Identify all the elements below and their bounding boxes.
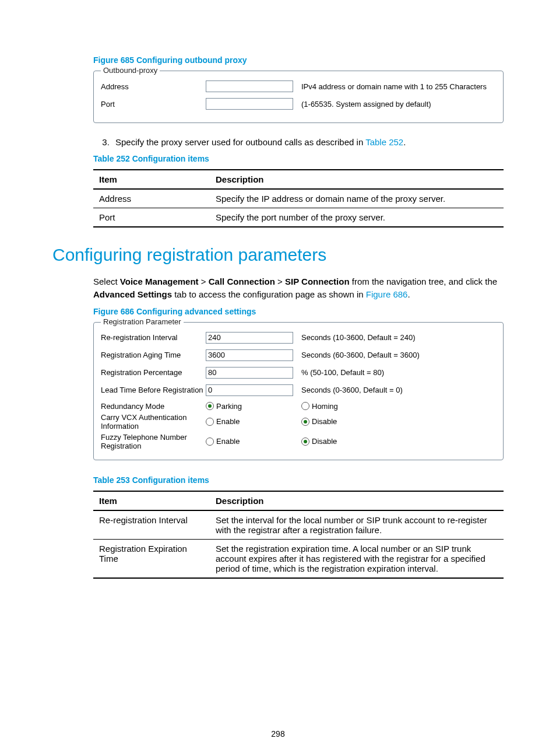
reg-aging-hint: Seconds (60-3600, Default = 3600) [301,351,496,359]
carry-vcx-label: Carry VCX Authentication Information [101,413,206,430]
radio-icon [206,418,214,426]
port-label: Port [101,100,206,108]
fuzzy-tel-row: Fuzzy Telephone Number Registration Enab… [101,433,496,450]
section-heading: Configuring registration parameters [52,245,504,265]
t253-r0-item: Re-registration Interval [93,510,210,540]
port-hint: (1-65535. System assigned by default) [301,100,496,108]
redundancy-parking-radio[interactable]: Parking [206,402,293,411]
advanced-settings-tab: Advanced Settings [93,289,172,299]
address-label: Address [101,82,206,91]
figure-686-link[interactable]: Figure 686 [366,289,408,299]
t252-r1-item: Port [93,208,210,228]
step-3-text-before: Specify the proxy server used for outbou… [115,137,365,147]
carry-vcx-row: Carry VCX Authentication Information Ena… [101,413,496,430]
table-253-title: Table 253 Configuration items [93,475,504,485]
rereg-interval-input[interactable] [206,332,293,344]
table-row: Re-registration Interval Set the interva… [93,510,504,540]
figure-685-title: Figure 685 Configuring outbound proxy [93,55,504,65]
nav-voice-management: Voice Management [120,276,199,286]
nav-call-connection: Call Connection [209,276,275,286]
lead-time-input[interactable] [206,384,293,396]
figure-686-title: Figure 686 Configuring advanced settings [93,307,504,316]
rereg-interval-label: Re-registration Interval [101,333,206,342]
fuzzy-tel-enable-radio[interactable]: Enable [206,437,293,446]
carry-vcx-disable-radio[interactable]: Disable [301,417,496,426]
table-row: Port Specify the port number of the prox… [93,208,504,228]
nav-sip-connection: SIP Connection [285,276,350,286]
intro-paragraph: Select Voice Management > Call Connectio… [93,275,504,301]
reg-pct-label: Registration Percentage [101,368,206,377]
radio-icon [206,438,214,446]
address-hint: IPv4 address or domain name with 1 to 25… [301,82,496,91]
t253-header-desc: Description [210,491,504,510]
table-252-link[interactable]: Table 252 [365,137,403,147]
port-row: Port (1-65535. System assigned by defaul… [101,98,496,110]
step-list: Specify the proxy server used for outbou… [93,136,504,148]
redundancy-homing-radio[interactable]: Homing [301,402,496,411]
outbound-proxy-legend: Outbound-proxy [101,66,160,75]
fuzzy-tel-label: Fuzzy Telephone Number Registration [101,433,206,450]
reg-aging-row: Registration Aging Time Seconds (60-3600… [101,349,496,361]
address-input[interactable] [206,80,293,92]
rereg-interval-hint: Seconds (10-3600, Default = 240) [301,333,496,342]
step-3: Specify the proxy server used for outbou… [112,136,504,148]
page: Figure 685 Configuring outbound proxy Ou… [0,0,556,756]
lead-time-label: Lead Time Before Registration [101,386,206,394]
table-252-title: Table 252 Configuration items [93,154,504,163]
t252-header-item: Item [93,170,210,189]
t252-r0-item: Address [93,189,210,208]
lead-time-row: Lead Time Before Registration Seconds (0… [101,384,496,396]
t253-r1-item: Registration Expiration Time [93,539,210,578]
reg-pct-hint: % (50-100, Default = 80) [301,368,496,377]
redundancy-label: Redundancy Mode [101,402,206,411]
page-number: 298 [0,729,556,738]
registration-parameter-legend: Registration Parameter [101,317,184,326]
port-input[interactable] [206,98,293,110]
table-row: Address Specify the IP address or domain… [93,189,504,208]
t252-r0-desc: Specify the IP address or domain name of… [210,189,504,208]
radio-icon [301,402,309,410]
reg-aging-input[interactable] [206,349,293,361]
redundancy-row: Redundancy Mode Parking Homing [101,402,496,411]
registration-parameter-fieldset: Registration Parameter Re-registration I… [93,322,504,460]
outbound-proxy-fieldset: Outbound-proxy Address IPv4 address or d… [93,71,504,123]
radio-icon [206,402,214,410]
address-row: Address IPv4 address or domain name with… [101,80,496,92]
table-253: Item Description Re-registration Interva… [93,491,504,579]
table-row: Registration Expiration Time Set the reg… [93,539,504,578]
carry-vcx-enable-radio[interactable]: Enable [206,417,293,426]
t253-r0-desc: Set the interval for the local number or… [210,510,504,540]
reg-pct-row: Registration Percentage % (50-100, Defau… [101,367,496,379]
t252-r1-desc: Specify the port number of the proxy ser… [210,208,504,228]
step-3-text-after: . [403,137,406,147]
lead-time-hint: Seconds (0-3600, Default = 0) [301,386,496,394]
table-252: Item Description Address Specify the IP … [93,169,504,228]
t252-header-desc: Description [210,170,504,189]
radio-icon [301,418,309,426]
reg-pct-input[interactable] [206,367,293,379]
radio-icon [301,438,309,446]
fuzzy-tel-disable-radio[interactable]: Disable [301,437,496,446]
t253-r1-desc: Set the registration expiration time. A … [210,539,504,578]
t253-header-item: Item [93,491,210,510]
rereg-interval-row: Re-registration Interval Seconds (10-360… [101,332,496,344]
reg-aging-label: Registration Aging Time [101,351,206,359]
